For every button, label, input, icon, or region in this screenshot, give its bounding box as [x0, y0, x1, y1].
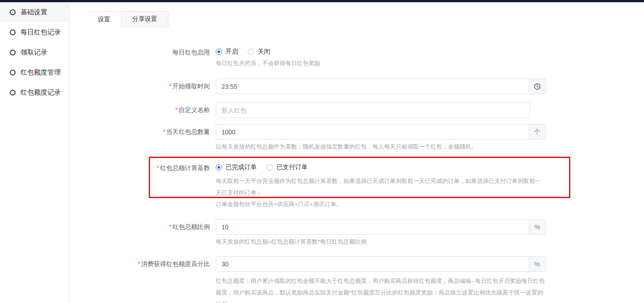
circle-icon — [10, 90, 16, 95]
radio-dot — [217, 50, 220, 53]
custom-name-input[interactable] — [216, 103, 530, 117]
sidebar-item-claim-records[interactable]: 领取记录 — [0, 42, 69, 62]
total-ratio-input[interactable] — [216, 220, 529, 234]
radio-enable-on-label[interactable]: 开启 — [226, 48, 238, 56]
helper-text: 以每天发放的红包总额作为基数，随机发放指定数量的红包，每人每天只能领取一个红包，… — [216, 142, 546, 151]
helper-line-1: 每天取前一天平台营业额作为红包总额计算基数，如果选择已完成订单则取前一天已完成的… — [216, 175, 546, 199]
sidebar-item-label: 红包额度管理 — [21, 68, 61, 77]
form-row-daily-count: *当天红包总数量 个 以每天发放的红包总额作为基数，随机发放指定数量的红包，每人… — [70, 124, 644, 151]
form-row-quota-percent: *消费获得红包额度百分比 % 红包总额度：用户累计领取的红包金额不能大于红包总额… — [70, 256, 644, 303]
start-time-input[interactable] — [216, 79, 529, 94]
sidebar: 基础设置 每日红包记录 领取记录 红包额度管理 红包额度记录 — [0, 2, 69, 303]
required-marker: * — [157, 164, 159, 171]
field-label: *开始领取时间 — [70, 79, 210, 94]
sidebar-item-basic-settings[interactable]: 基础设置 — [0, 2, 69, 22]
circle-icon — [10, 29, 16, 35]
sidebar-item-daily-redpacket-records[interactable]: 每日红包记录 — [0, 22, 69, 42]
circle-icon — [10, 50, 16, 55]
field-label: *红包总额计算基数 — [70, 163, 210, 210]
tab-share-settings[interactable]: 分享设置 — [121, 12, 168, 27]
radio-calc-base-completed[interactable] — [216, 164, 222, 170]
form-row-calc-base: *红包总额计算基数 已完成订单 已支付订单 每天取前一天平台营业额作为红包总额计… — [70, 163, 644, 210]
required-marker: * — [163, 128, 165, 135]
main-content: 设置 分享设置 每日红包启用 开启 关闭 每日红包关闭后，不会获得每日红包奖励 … — [70, 2, 644, 303]
sidebar-item-label: 领取记录 — [21, 48, 47, 57]
percent-suffix: % — [529, 257, 545, 271]
radio-enable-on[interactable] — [216, 49, 222, 55]
radio-enable-off[interactable] — [248, 49, 254, 55]
radio-dot — [217, 166, 220, 169]
clock-icon — [534, 83, 541, 90]
sidebar-item-quota-records[interactable]: 红包额度记录 — [0, 83, 69, 103]
time-picker-button[interactable] — [529, 79, 545, 94]
helper-text: 每天取前一天平台营业额作为红包总额计算基数，如果选择已完成订单则取前一天已完成的… — [216, 175, 546, 210]
sidebar-item-quota-management[interactable]: 红包额度管理 — [0, 62, 69, 83]
field-label: 每日红包启用 — [70, 47, 210, 68]
required-marker: * — [169, 223, 171, 230]
helper-line-2: 订单金额包括平台自营+供应商+门店+酒店订单。 — [216, 199, 546, 210]
radio-dot — [268, 166, 271, 169]
quota-percent-input[interactable] — [216, 257, 529, 271]
radio-dot — [250, 50, 252, 53]
field-label: *自定义名称 — [70, 102, 210, 118]
circle-icon — [10, 9, 16, 15]
helper-text: 每日红包关闭后，不会获得每日红包奖励 — [216, 59, 546, 68]
radio-enable-off-label[interactable]: 关闭 — [258, 48, 270, 56]
radio-calc-base-paid-label[interactable]: 已支付订单 — [276, 163, 308, 171]
required-marker: * — [138, 260, 140, 267]
settings-form: 每日红包启用 开启 关闭 每日红包关闭后，不会获得每日红包奖励 *开始领取时间 — [70, 47, 644, 303]
form-row-total-ratio: *红包总额比例 % 每天发放的红包总额=红包总额计算基数*每日红包总额比例 — [70, 219, 644, 246]
circle-icon — [10, 70, 16, 75]
field-label: *当天红包总数量 — [70, 124, 210, 151]
field-label: *消费获得红包额度百分比 — [70, 256, 210, 303]
sidebar-item-label: 红包额度记录 — [21, 88, 61, 97]
helper-text: 红包总额度：用户累计领取的红包金额不能大于红包总额度，用户购买商品获得红包额度，… — [216, 275, 546, 303]
form-row-start-time: *开始领取时间 — [70, 79, 644, 94]
tab-bar: 设置 分享设置 — [87, 11, 168, 27]
radio-calc-base-paid[interactable] — [267, 164, 273, 170]
radio-calc-base-completed-label[interactable]: 已完成订单 — [226, 163, 257, 171]
helper-text: 每天发放的红包总额=红包总额计算基数*每日红包总额比例 — [216, 237, 546, 246]
daily-count-input[interactable] — [216, 125, 529, 139]
percent-suffix: % — [529, 220, 545, 234]
sidebar-item-label: 基础设置 — [21, 8, 47, 17]
unit-suffix: 个 — [529, 125, 545, 139]
form-row-enable: 每日红包启用 开启 关闭 每日红包关闭后，不会获得每日红包奖励 — [70, 47, 644, 68]
required-marker: * — [169, 83, 171, 90]
form-row-custom-name: *自定义名称 — [70, 102, 644, 118]
tab-settings[interactable]: 设置 — [87, 12, 121, 27]
required-marker: * — [176, 106, 178, 113]
sidebar-item-label: 每日红包记录 — [21, 28, 61, 37]
field-label: *红包总额比例 — [70, 219, 210, 246]
